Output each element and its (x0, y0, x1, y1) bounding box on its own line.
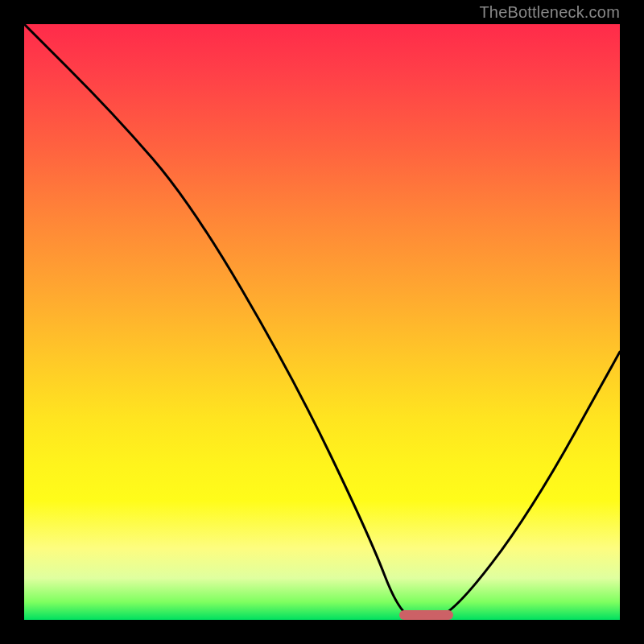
chart-frame: TheBottleneck.com (0, 0, 644, 644)
bottleneck-curve-svg (24, 24, 620, 620)
watermark-text: TheBottleneck.com (479, 3, 620, 22)
optimal-range-marker (399, 610, 453, 620)
plot-area (24, 24, 620, 620)
bottleneck-curve-path (24, 24, 620, 618)
